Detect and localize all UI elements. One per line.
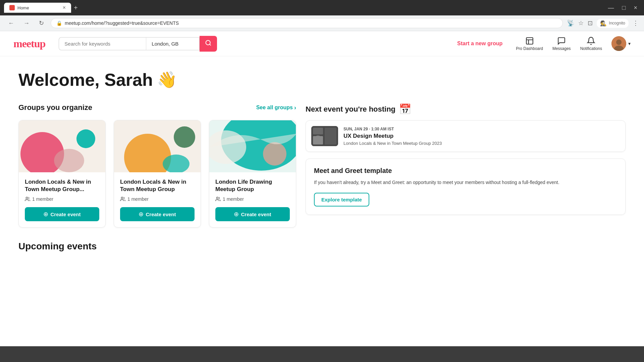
create-event-button-2[interactable]: ⊕ Create event <box>120 207 195 221</box>
group-card-3-members-count: 1 member <box>223 196 244 202</box>
search-input[interactable] <box>59 37 146 50</box>
window-controls: — □ × <box>605 3 640 13</box>
group-card-1: London Locals & New in Town Meetup Group… <box>18 120 106 228</box>
notifications-label: Notifications <box>580 46 602 51</box>
explore-template-button[interactable]: Explore template <box>314 193 369 206</box>
svg-point-19 <box>216 197 218 199</box>
pro-dashboard-label: Pro Dashboard <box>516 46 543 51</box>
svg-point-0 <box>206 40 210 45</box>
create-event-label-2: Create event <box>146 212 176 217</box>
template-title: Meet and Greet template <box>314 167 617 175</box>
messages-nav-item[interactable]: Messages <box>552 37 571 51</box>
create-event-label-3: Create event <box>241 212 271 217</box>
groups-section: Groups you organize See all groups › <box>18 103 296 228</box>
content-grid: Groups you organize See all groups › <box>18 103 626 228</box>
create-event-label-1: Create event <box>50 212 80 217</box>
address-bar[interactable]: 🔒 meetup.com/home/?suggested=true&source… <box>51 18 563 28</box>
search-container <box>59 36 217 52</box>
right-sidebar: Next event you're hosting 📅 <box>306 103 626 228</box>
svg-rect-21 <box>313 128 323 134</box>
messages-icon <box>557 37 566 45</box>
location-input[interactable] <box>146 37 200 50</box>
group-card-2-title: London Locals & New in Town Meetup Group <box>120 178 195 193</box>
template-description: If you haven't already, try a Meet and G… <box>314 179 617 186</box>
window-minimize-button[interactable]: — <box>605 3 617 13</box>
group-card-3: London Life Drawing Meetup Group 1 membe… <box>209 120 296 228</box>
pro-dashboard-nav-item[interactable]: Pro Dashboard <box>516 37 543 51</box>
tab-favicon <box>9 5 15 10</box>
messages-label: Messages <box>552 46 571 51</box>
more-options-icon[interactable]: ⋮ <box>633 19 639 27</box>
event-date: SUN, JAN 29 · 1:30 AM IST <box>343 127 620 131</box>
avatar-chevron-icon: ▾ <box>628 41 631 46</box>
plus-icon-3: ⊕ <box>234 210 239 218</box>
members-icon-1 <box>25 196 30 202</box>
event-group: London Locals & New in Town Meetup Group… <box>343 141 620 146</box>
svg-point-18 <box>263 142 286 166</box>
group-card-2-body: London Locals & New in Town Meetup Group… <box>114 172 201 227</box>
event-name: UX Design Meetup <box>343 133 620 139</box>
tab-close-button[interactable]: × <box>63 5 66 11</box>
group-card-3-image <box>209 120 296 172</box>
next-event-title-text: Next event you're hosting <box>306 105 395 114</box>
forward-button[interactable]: → <box>21 18 32 28</box>
event-info: SUN, JAN 29 · 1:30 AM IST UX Design Meet… <box>343 127 620 146</box>
window-maximize-button[interactable]: □ <box>620 3 629 13</box>
calendar-emoji: 📅 <box>399 103 411 115</box>
welcome-text: Welcome, Sarah <box>18 70 153 90</box>
new-tab-button[interactable]: + <box>74 4 78 12</box>
refresh-button[interactable]: ↻ <box>36 18 47 28</box>
logo[interactable]: meetup <box>13 38 45 50</box>
template-card: Meet and Greet template If you haven't a… <box>306 159 626 215</box>
group-card-3-body: London Life Drawing Meetup Group 1 membe… <box>209 172 296 227</box>
members-icon-3 <box>215 196 221 202</box>
upcoming-events-heading: Upcoming events <box>18 241 626 252</box>
search-button[interactable] <box>200 36 217 52</box>
plus-icon-2: ⊕ <box>139 210 144 218</box>
group-card-1-members: 1 member <box>25 196 99 202</box>
groups-section-title: Groups you organize <box>18 103 92 112</box>
bookmark-icon[interactable]: ☆ <box>578 19 584 27</box>
group-card-3-title: London Life Drawing Meetup Group <box>215 178 290 193</box>
next-event-card[interactable]: SUN, JAN 29 · 1:30 AM IST UX Design Meet… <box>306 120 626 152</box>
groups-section-header: Groups you organize See all groups › <box>18 103 296 112</box>
back-button[interactable]: ← <box>5 18 17 28</box>
incognito-icon: 🕵️ <box>600 20 607 26</box>
svg-point-14 <box>121 197 123 199</box>
svg-point-8 <box>54 149 84 172</box>
group-card-2-members: 1 member <box>120 196 195 202</box>
svg-point-12 <box>174 126 195 148</box>
next-event-section: Next event you're hosting 📅 <box>306 103 626 152</box>
svg-rect-22 <box>325 128 336 144</box>
sidebar-icon[interactable]: ⊡ <box>588 19 593 27</box>
create-event-button-1[interactable]: ⊕ Create event <box>25 207 99 221</box>
svg-point-9 <box>26 197 28 199</box>
app-header: meetup Start a new group Pro D <box>0 31 644 56</box>
svg-point-3 <box>616 40 622 45</box>
address-text: meetup.com/home/?suggested=true&source=E… <box>65 20 179 26</box>
event-image <box>311 126 338 146</box>
svg-rect-1 <box>526 38 533 44</box>
main-content: Welcome, Sarah 👋 Groups you organize See… <box>0 56 644 265</box>
lock-icon: 🔒 <box>56 20 62 26</box>
members-icon-2 <box>120 196 125 202</box>
incognito-badge: 🕵️ Incognito <box>597 19 629 28</box>
bell-icon <box>587 37 595 45</box>
see-all-groups-text: See all groups <box>256 105 293 111</box>
group-card-1-body: London Locals & New in Town Meetup Group… <box>19 172 105 227</box>
group-card-1-title: London Locals & New in Town Meetup Group… <box>25 178 99 193</box>
header-icons: Pro Dashboard Messages Notifications <box>516 37 602 51</box>
cast-icon[interactable]: 📡 <box>567 19 574 27</box>
browser-tab[interactable]: Home × <box>4 3 71 13</box>
browser-actions: 📡 ☆ ⊡ 🕵️ Incognito ⋮ <box>567 19 639 28</box>
group-cards-row: London Locals & New in Town Meetup Group… <box>18 120 296 228</box>
user-avatar-container[interactable]: ▾ <box>611 36 631 51</box>
window-close-button[interactable]: × <box>631 3 640 13</box>
group-card-3-members: 1 member <box>215 196 290 202</box>
notifications-nav-item[interactable]: Notifications <box>580 37 602 51</box>
create-event-button-3[interactable]: ⊕ Create event <box>215 207 290 221</box>
start-new-group-link[interactable]: Start a new group <box>457 41 502 47</box>
see-all-groups-link[interactable]: See all groups › <box>256 104 296 111</box>
group-card-2-members-count: 1 member <box>127 196 149 202</box>
group-card-1-members-count: 1 member <box>32 196 53 202</box>
